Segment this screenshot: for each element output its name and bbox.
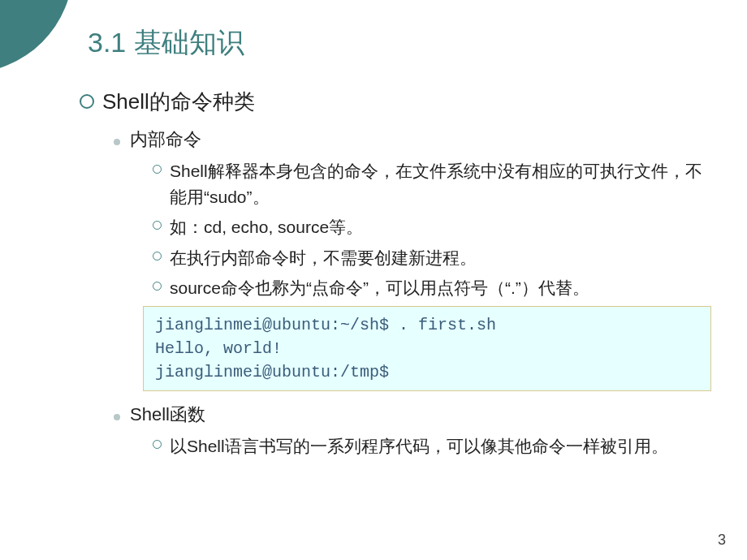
bullet-level3: Shell解释器本身包含的命令，在文件系统中没有相应的可执行文件，不能用“sud…	[153, 158, 705, 209]
dot-bullet-icon	[114, 414, 120, 420]
lvl3-text: 以Shell语言书写的一系列程序代码，可以像其他命令一样被引用。	[170, 433, 668, 459]
lvl2-heading: 内部命令	[130, 127, 201, 152]
bullet-level3: source命令也称为“点命令”，可以用点符号（“.”）代替。	[153, 275, 705, 301]
slide: 3.1 基础知识 Shell的命令种类 内部命令 Shell解释器本身包含的命令…	[0, 0, 747, 560]
lvl3-text: 在执行内部命令时，不需要创建新进程。	[170, 245, 477, 271]
code-block: jianglinmei@ubuntu:~/sh$ . first.sh Hell…	[143, 306, 711, 391]
lvl2-heading: Shell函数	[130, 403, 205, 427]
ring-bullet-icon	[153, 252, 162, 261]
lvl3-text: Shell解释器本身包含的命令，在文件系统中没有相应的可执行文件，不能用“sud…	[170, 158, 705, 209]
bullet-level2: Shell函数	[114, 403, 713, 427]
dot-bullet-icon	[114, 139, 120, 145]
ring-bullet-icon	[153, 282, 162, 291]
ring-bullet-icon	[153, 165, 162, 174]
bullet-level3: 以Shell语言书写的一系列程序代码，可以像其他命令一样被引用。	[153, 433, 705, 459]
bullet-level3: 如：cd, echo, source等。	[153, 214, 705, 240]
bullet-level1: Shell的命令种类	[80, 88, 713, 116]
slide-title: 3.1 基础知识	[88, 24, 244, 62]
page-number: 3	[718, 532, 726, 549]
ring-bullet-icon	[153, 440, 162, 449]
bullet-level2: 内部命令	[114, 127, 713, 152]
bullet-level3: 在执行内部命令时，不需要创建新进程。	[153, 245, 705, 271]
cursor-marker-icon	[274, 280, 280, 286]
slide-body: Shell的命令种类 内部命令 Shell解释器本身包含的命令，在文件系统中没有…	[80, 88, 713, 463]
ring-bullet-icon	[153, 221, 162, 230]
lvl1-text: Shell的命令种类	[102, 88, 255, 116]
circle-bullet-icon	[80, 94, 94, 109]
lvl3-text: 如：cd, echo, source等。	[170, 214, 363, 240]
lvl3-text: source命令也称为“点命令”，可以用点符号（“.”）代替。	[170, 275, 589, 301]
